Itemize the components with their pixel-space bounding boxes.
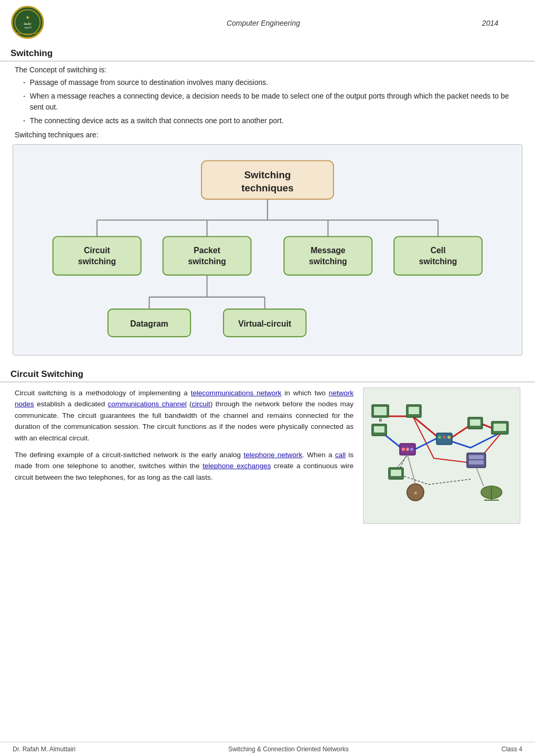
switching-bullets: Passage of massage from source to destin… — [23, 77, 522, 126]
circuit-paragraph-2: The defining example of a circuit-switch… — [15, 449, 354, 483]
telecom-network-link[interactable]: telecommunications network — [191, 389, 282, 397]
svg-text:switching: switching — [309, 257, 347, 266]
svg-rect-39 — [374, 407, 387, 415]
diagram-svg: Switching techniques Circuit switching — [42, 155, 493, 342]
footer-class: Class 4 — [501, 746, 522, 753]
svg-text:Virtual-circuit: Virtual-circuit — [238, 319, 292, 328]
svg-rect-20 — [284, 236, 372, 275]
bullet-1: Passage of massage from source to destin… — [23, 77, 522, 88]
svg-rect-23 — [394, 236, 482, 275]
svg-text:Cell: Cell — [431, 246, 446, 255]
circuit-network-image: 🖥 — [363, 387, 520, 524]
header-center: Computer Engineering — [45, 19, 482, 27]
svg-rect-60 — [469, 455, 484, 459]
comms-channel-link[interactable]: communications channel — [108, 400, 187, 408]
svg-text:Packet: Packet — [194, 246, 220, 255]
telephone-exchanges-link[interactable]: telephone exchanges — [202, 462, 271, 470]
svg-point-54 — [402, 448, 405, 451]
svg-rect-58 — [391, 470, 401, 476]
svg-rect-14 — [53, 236, 141, 275]
page-footer: Dr. Rafah M. Almuttairi Switching & Conn… — [0, 742, 535, 756]
header-subject: Computer Engineering — [227, 19, 300, 27]
footer-author: Dr. Rafah M. Almuttairi — [13, 746, 76, 753]
logo: ★ جامعة الكوفة — [10, 5, 45, 41]
call-link[interactable]: call — [335, 451, 346, 459]
circuit-switching-title: Circuit Switching — [0, 365, 535, 382]
page-header: ★ جامعة الكوفة Computer Engineering 2014 — [0, 0, 535, 44]
circuit-link[interactable]: circuit — [192, 400, 210, 408]
svg-text:Switching: Switching — [244, 169, 291, 180]
svg-text:Circuit: Circuit — [84, 246, 111, 255]
bullet-3: The connecting device acts as a switch t… — [23, 115, 522, 126]
switching-title: Switching — [0, 44, 535, 61]
svg-text:techniques: techniques — [241, 182, 294, 193]
telephone-network-link[interactable]: telephone network — [243, 451, 302, 459]
svg-rect-48 — [494, 424, 506, 431]
svg-rect-61 — [469, 460, 484, 465]
svg-text:switching: switching — [188, 257, 226, 266]
switching-intro: The Concept of switching is: — [13, 66, 522, 74]
footer-topic: Switching & Connection Oriented Networks — [228, 746, 348, 753]
network-diagram-svg: 🖥 — [366, 390, 518, 521]
techniques-label: Switching techniques are: — [13, 131, 522, 139]
svg-rect-50 — [470, 419, 480, 426]
svg-rect-52 — [374, 426, 384, 433]
circuit-switching-section: Circuit Switching Circuit switching is a… — [0, 365, 535, 524]
svg-point-45 — [443, 436, 446, 439]
switching-diagram: Switching techniques Circuit switching — [13, 144, 522, 355]
svg-text:جامعة: جامعة — [24, 22, 31, 25]
svg-point-56 — [410, 448, 413, 451]
svg-rect-17 — [163, 236, 251, 275]
svg-text:🖥: 🖥 — [378, 418, 382, 423]
svg-point-44 — [438, 436, 441, 439]
svg-text:★: ★ — [26, 15, 30, 20]
svg-text:switching: switching — [419, 257, 457, 266]
svg-text:Message: Message — [311, 246, 346, 255]
svg-text:Datagram: Datagram — [130, 319, 168, 328]
svg-text:☀: ☀ — [413, 490, 418, 496]
circuit-paragraph-1: Circuit switching is a methodology of im… — [15, 387, 354, 444]
circuit-content-area: Circuit switching is a methodology of im… — [13, 387, 522, 524]
svg-text:switching: switching — [78, 257, 116, 266]
header-year: 2014 — [482, 19, 498, 27]
svg-rect-42 — [409, 407, 419, 414]
svg-point-55 — [406, 448, 409, 451]
svg-point-46 — [447, 436, 451, 439]
circuit-text: Circuit switching is a methodology of im… — [15, 387, 354, 524]
bullet-2: When a message reaches a connecting devi… — [23, 91, 522, 113]
